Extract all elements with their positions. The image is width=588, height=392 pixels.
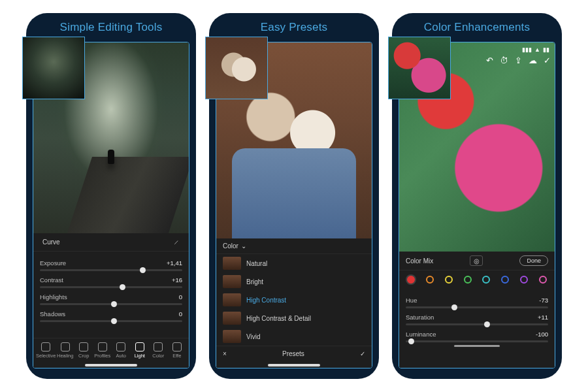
battery-icon: ▮▮ <box>543 46 549 53</box>
slider-value: +16 <box>172 276 182 284</box>
slider-value: -100 <box>536 331 548 338</box>
slider-knob[interactable] <box>484 321 490 327</box>
tool-label: Color <box>152 353 164 359</box>
tool-selective[interactable]: Selective <box>36 342 56 359</box>
chevron-down-icon: ⌄ <box>241 242 246 250</box>
slider-label: Exposure <box>40 259 66 267</box>
slider-track[interactable] <box>406 306 548 308</box>
slider-label: Highlights <box>40 293 67 301</box>
redo-icon[interactable]: ⏱ <box>500 56 508 65</box>
preset-label: Natural <box>246 260 267 267</box>
tool-label: Selective <box>36 353 56 359</box>
tool-auto[interactable]: Auto <box>112 342 131 359</box>
slider-track[interactable] <box>40 286 182 288</box>
slider-track[interactable] <box>40 269 182 271</box>
swatch-red[interactable] <box>407 276 415 284</box>
color-icon <box>154 342 163 351</box>
crop-icon <box>79 342 88 351</box>
preset-bright[interactable]: Bright <box>216 272 372 291</box>
sliders-list: Exposure+1,41 Contrast+16 Highlights0 Sh… <box>33 252 189 322</box>
slider-track[interactable] <box>406 340 548 342</box>
curve-graph-icon[interactable]: ⟋ <box>171 237 182 247</box>
cloud-icon[interactable]: ☁ <box>529 56 537 65</box>
profiles-icon <box>98 342 107 351</box>
tool-label: Auto <box>116 353 126 359</box>
close-icon[interactable]: × <box>223 350 227 357</box>
sliders-list: Hue-73 Saturation+11 Luminance-100 <box>399 289 555 342</box>
slider-knob[interactable] <box>111 301 117 307</box>
tool-crop[interactable]: Crop <box>74 342 93 359</box>
swatch-yellow[interactable] <box>445 276 453 284</box>
home-indicator[interactable] <box>268 364 320 367</box>
tool-label: Crop <box>78 353 89 359</box>
tool-label: Effe <box>172 353 181 359</box>
slider-knob[interactable] <box>140 267 146 273</box>
preset-label: Bright <box>246 278 263 286</box>
preset-vivid[interactable]: Vivid <box>216 327 372 346</box>
preset-list: Natural Bright High Contrast High Contra… <box>216 254 372 346</box>
tool-light[interactable]: Light <box>131 342 150 359</box>
swatch-aqua[interactable] <box>482 276 490 284</box>
slider-value: +11 <box>538 314 548 321</box>
tool-effects[interactable]: Effe <box>168 342 187 359</box>
slider-track[interactable] <box>40 303 182 305</box>
tool-profiles[interactable]: Profiles <box>93 342 112 359</box>
slider-value: 0 <box>179 310 182 318</box>
swatch-purple[interactable] <box>520 276 528 284</box>
color-mix-label: Color Mix <box>406 257 433 265</box>
effects-icon <box>172 342 182 351</box>
share-icon[interactable]: ⇪ <box>515 56 522 65</box>
tool-color[interactable]: Color <box>149 342 168 359</box>
tool-healing[interactable]: Healing <box>56 342 74 359</box>
preset-high-contrast[interactable]: High Contrast <box>216 291 372 309</box>
preset-high-contrast-detail[interactable]: High Contrast & Detail <box>216 309 372 327</box>
slider-label: Hue <box>406 297 417 304</box>
slider-track[interactable] <box>40 320 182 322</box>
preset-label: High Contrast <box>246 297 286 304</box>
tool-label: Profiles <box>94 353 110 359</box>
presets-panel: Color ⌄ Natural Bright High Contrast Hig… <box>216 238 372 368</box>
screenshot-title: Simple Editing Tools <box>26 21 196 34</box>
phone-easy-presets: Easy Presets ▮▮▮ ▲ ▮▮ ↶ ⏱ ⋯ Color ⌄ Natu… <box>209 13 379 379</box>
preset-thumb <box>223 257 241 270</box>
undo-icon[interactable]: ↶ <box>486 56 493 65</box>
slider-track[interactable] <box>406 323 548 325</box>
color-mix-panel: Color Mix ◎ Done Hue-73 <box>399 252 555 368</box>
phone-color-enhancements: Color Enhancements ▮▮▮ ▲ ▮▮ ↶ ⏱ ⇪ ☁ ✓ Co… <box>392 13 562 379</box>
confirm-icon[interactable]: ✓ <box>544 56 551 65</box>
slider-label: Contrast <box>40 276 63 284</box>
swatch-green[interactable] <box>464 276 472 284</box>
color-swatches <box>399 270 555 289</box>
tab-curve[interactable]: Curve <box>40 237 63 247</box>
preset-natural[interactable]: Natural <box>216 254 372 272</box>
swatch-orange[interactable] <box>426 276 434 284</box>
presets-bar: × Presets ✓ <box>216 346 372 361</box>
swatch-magenta[interactable] <box>539 276 547 284</box>
done-button[interactable]: Done <box>519 255 548 266</box>
preset-category[interactable]: Color ⌄ <box>216 238 372 254</box>
before-thumbnail <box>205 37 268 99</box>
swatch-blue[interactable] <box>501 276 509 284</box>
tool-label: Healing <box>57 353 73 359</box>
home-indicator[interactable] <box>454 345 500 347</box>
signal-icon: ▮▮▮ <box>522 46 532 53</box>
presets-bar-title: Presets <box>282 350 304 357</box>
preset-thumb <box>223 312 241 325</box>
slider-knob[interactable] <box>120 284 125 290</box>
slider-knob[interactable] <box>451 304 457 310</box>
screenshot-title: Easy Presets <box>209 21 379 34</box>
light-icon <box>135 342 144 351</box>
slider-knob[interactable] <box>111 318 117 324</box>
home-indicator[interactable] <box>85 364 137 367</box>
screenshot-title: Color Enhancements <box>392 21 562 34</box>
targeted-adjustment-icon[interactable]: ◎ <box>470 255 483 266</box>
healing-icon <box>61 342 70 351</box>
slider-shadows: Shadows0 <box>40 310 182 322</box>
slider-value: +1,41 <box>167 259 182 267</box>
color-mix-header: Color Mix ◎ Done <box>399 252 555 270</box>
before-thumbnail <box>22 37 85 99</box>
slider-saturation: Saturation+11 <box>406 314 548 325</box>
confirm-icon[interactable]: ✓ <box>360 350 365 357</box>
wifi-icon: ▲ <box>534 46 540 53</box>
slider-knob[interactable] <box>408 338 414 344</box>
